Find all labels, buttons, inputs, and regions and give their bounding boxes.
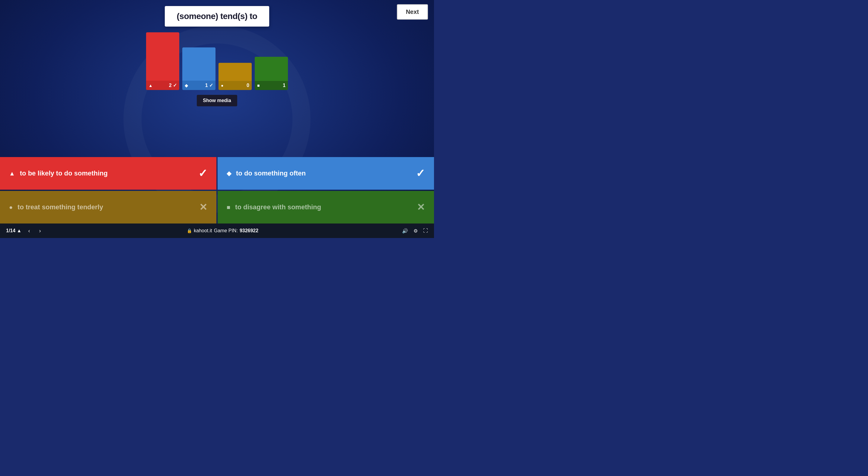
bar-gold: ● 0: [218, 63, 252, 90]
bar-green-fill: [255, 57, 288, 81]
bar-green-label: ■ 1: [255, 81, 288, 90]
bar-blue: ◆ 1 ✓: [182, 48, 216, 90]
question-text: (someone) tend(s) to: [177, 11, 257, 21]
chart-area: ▲ 2 ✓ ◆ 1 ✓ ● 0 ■ 1: [146, 36, 288, 90]
circle-icon: ●: [221, 83, 223, 88]
bar-red-count: 2 ✓: [169, 83, 177, 88]
bar-gold-label: ● 0: [218, 81, 252, 90]
diamond-icon: ◆: [185, 83, 188, 88]
next-button[interactable]: Next: [397, 4, 428, 20]
bar-red-fill: [146, 32, 179, 81]
bar-gold-fill: [218, 63, 252, 81]
show-media-button[interactable]: Show media: [197, 95, 237, 106]
bar-green-count: 1: [283, 83, 285, 88]
triangle-icon: ▲: [149, 83, 153, 88]
square-icon: ■: [257, 83, 259, 88]
bar-blue-count: 1 ✓: [205, 83, 213, 88]
bar-blue-label: ◆ 1 ✓: [182, 81, 216, 90]
bar-red: ▲ 2 ✓: [146, 32, 179, 90]
bar-blue-fill: [182, 48, 216, 81]
bar-gold-count: 0: [247, 83, 249, 88]
bar-red-label: ▲ 2 ✓: [146, 81, 179, 90]
bar-green: ■ 1: [255, 57, 288, 90]
question-box: (someone) tend(s) to: [165, 6, 270, 27]
main-content: (someone) tend(s) to Next ▲ 2 ✓ ◆ 1 ✓ ●: [0, 0, 434, 238]
